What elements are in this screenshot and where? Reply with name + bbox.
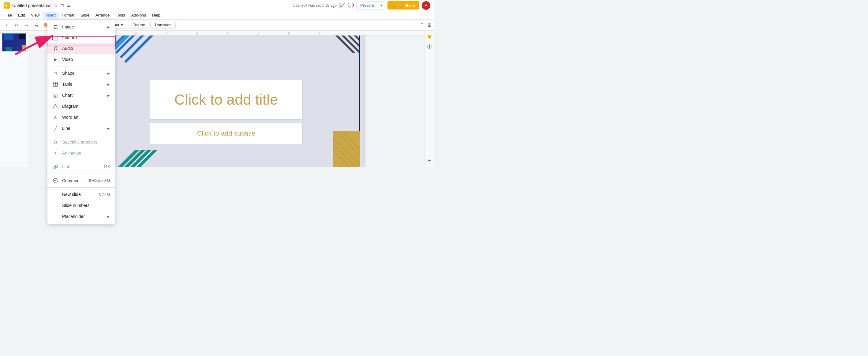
menu-item-audio[interactable]: 🎵 Audio [48, 43, 115, 54]
textbox-icon: T [52, 35, 58, 40]
special-chars-label: Special characters [62, 140, 110, 145]
menu-item-link: 🔗 Link ⌘K [48, 161, 115, 172]
shape-label: Shape [62, 71, 104, 76]
table-label: Table [62, 82, 104, 87]
menu-item-wordart[interactable]: A Word art [48, 112, 115, 123]
shape-icon: ◻ [52, 70, 58, 76]
menu-item-textbox[interactable]: T Text box [48, 32, 115, 43]
menu-item-table[interactable]: Table ▶ [48, 79, 115, 90]
line-label: Line [62, 126, 104, 131]
menu-divider-1 [48, 66, 115, 66]
insert-dropdown-menu: 🖼 Image ▶ T Text box 🎵 Audio ▶ Video ◻ S… [48, 20, 115, 178]
comment-icon: 💬 [52, 178, 58, 178]
audio-label: Audio [62, 46, 110, 51]
wordart-label: Word art [62, 115, 110, 120]
menu-item-special-chars: Ω Special characters [48, 137, 115, 148]
svg-marker-46 [53, 104, 58, 108]
special-chars-icon: Ω [52, 139, 58, 145]
chart-icon: 📊 [52, 92, 58, 98]
table-arrow-icon: ▶ [107, 83, 110, 86]
wordart-icon: A [52, 114, 58, 120]
image-label: Image [62, 25, 104, 29]
image-icon: 🖼 [52, 24, 58, 30]
line-icon: ╱ [52, 125, 58, 131]
chart-arrow-icon: ▶ [107, 94, 110, 97]
menu-item-chart[interactable]: 📊 Chart ▶ [48, 90, 115, 101]
menu-item-line[interactable]: ╱ Line ▶ [48, 123, 115, 134]
menu-divider-3 [48, 160, 115, 160]
diagram-label: Diagram [62, 104, 110, 109]
link-shortcut: ⌘K [104, 165, 110, 169]
menu-item-image[interactable]: 🖼 Image ▶ [48, 22, 115, 32]
shape-arrow-icon: ▶ [107, 71, 110, 75]
menu-item-comment[interactable]: 💬 Comment ⌘+Option+M [48, 175, 115, 178]
link-icon: 🔗 [52, 164, 58, 170]
chart-label: Chart [62, 93, 104, 98]
line-arrow-icon: ▶ [107, 127, 110, 130]
animation-icon: ✦ [52, 150, 58, 156]
video-icon: ▶ [52, 56, 58, 62]
table-icon [52, 81, 58, 87]
video-label: Video [62, 57, 110, 62]
audio-icon: 🎵 [52, 45, 58, 52]
menu-item-animation: ✦ Animation [48, 148, 115, 158]
link-label: Link [62, 165, 100, 169]
image-arrow-icon: ▶ [107, 25, 110, 29]
menu-divider-2 [48, 135, 115, 135]
diagram-icon [52, 103, 58, 109]
textbox-label: Text box [62, 35, 110, 40]
menu-item-video[interactable]: ▶ Video [48, 54, 115, 65]
menu-divider-4 [48, 174, 115, 174]
menu-item-shape[interactable]: ◻ Shape ▶ [48, 68, 115, 79]
animation-label: Animation [62, 151, 110, 155]
menu-item-diagram[interactable]: Diagram [48, 101, 115, 112]
